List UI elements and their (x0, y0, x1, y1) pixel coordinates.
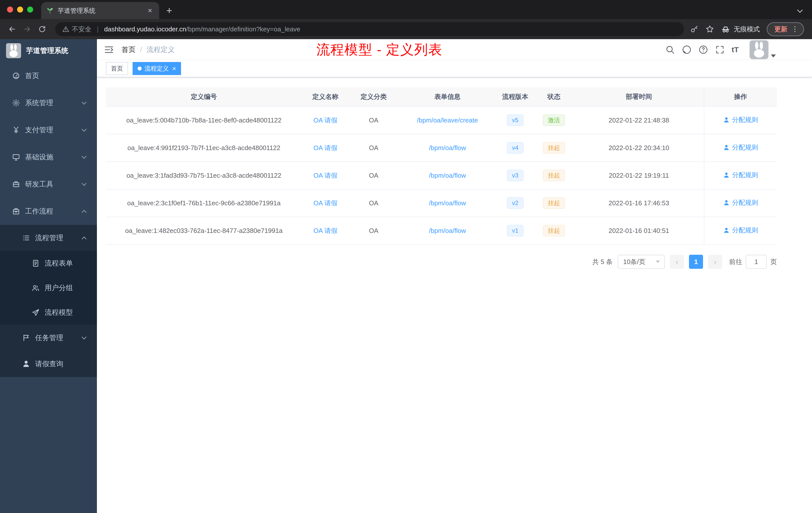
sidebar-item-label: 流程表单 (45, 259, 73, 268)
column-header: 状态 (534, 87, 574, 107)
site-favicon-icon (46, 7, 54, 14)
goto-page-input[interactable] (746, 255, 767, 269)
table-body: oa_leave:5:004b710b-7b8a-11ec-8ef0-acde4… (106, 107, 777, 244)
page-size-select[interactable]: 10条/页 (618, 255, 665, 269)
cell-category: OA (349, 134, 398, 162)
tag-process-definition[interactable]: 流程定义 × (133, 62, 181, 75)
zoom-window-button[interactable] (27, 6, 33, 12)
sidebar-item-user-group[interactable]: 用户分组 (0, 276, 97, 300)
close-window-button[interactable] (7, 6, 13, 12)
password-key-button[interactable] (690, 25, 698, 33)
page-url: dashboard.yudao.iocoder.cn/bpm/manager/d… (104, 25, 300, 33)
breadcrumb-home[interactable]: 首页 (121, 45, 136, 55)
sidebar-item-label: 研发工具 (25, 179, 53, 189)
browser-menu-button[interactable]: 更新 ⋮ (767, 22, 804, 36)
column-header: 操作 (704, 87, 777, 107)
incognito-label: 无痕模式 (734, 25, 760, 34)
person-icon (723, 200, 730, 206)
gear-icon (12, 99, 20, 107)
reload-button[interactable] (35, 22, 49, 36)
minimize-window-button[interactable] (17, 6, 23, 12)
back-icon (8, 25, 16, 33)
definition-name-link[interactable]: OA 请假 (313, 172, 337, 179)
table-row: oa_leave:1:482ec033-762a-11ec-8477-a2380… (106, 217, 777, 244)
collapse-sidebar-button[interactable] (104, 45, 114, 55)
monitor-icon (12, 153, 20, 161)
sidebar-item-workflow[interactable]: 工作流程 (0, 198, 97, 225)
form-link[interactable]: /bpm/oa/flow (429, 144, 466, 152)
star-icon (705, 25, 714, 33)
flag-icon (22, 334, 30, 342)
window-controls (0, 0, 41, 19)
key-icon (690, 25, 698, 33)
help-icon[interactable] (698, 45, 708, 55)
definition-name-link[interactable]: OA 请假 (313, 227, 337, 234)
assign-rule-link[interactable]: 分配规则 (723, 143, 758, 152)
fullscreen-icon[interactable] (715, 45, 725, 55)
plane-icon (32, 308, 40, 316)
security-warning[interactable]: 不安全 (62, 25, 91, 34)
assign-rule-link[interactable]: 分配规则 (723, 226, 758, 235)
cell-definition-id: oa_leave:1:482ec033-762a-11ec-8477-a2380… (106, 217, 302, 244)
form-link[interactable]: /bpm/oa/leave/create (417, 117, 478, 124)
sidebar-item-dev-tools[interactable]: 研发工具 (0, 171, 97, 198)
sidebar-item-process-form[interactable]: 流程表单 (0, 251, 97, 276)
person-icon (723, 117, 730, 123)
sidebar-item-label: 流程管理 (35, 233, 63, 243)
tab-close-icon[interactable]: × (146, 6, 154, 15)
version-badge: v1 (507, 225, 523, 236)
question-icon (698, 45, 708, 55)
sidebar-item-process-model[interactable]: 流程模型 (0, 300, 97, 325)
table-row: oa_leave:2:3c1f0ef1-76b1-11ec-9c66-a2380… (106, 189, 777, 217)
form-link[interactable]: /bpm/oa/flow (429, 199, 466, 207)
toolbar-right: 无痕模式 更新 ⋮ (690, 22, 807, 36)
table-header-row: 定义编号定义名称定义分类表单信息流程版本状态部署时间操作 (106, 87, 777, 107)
form-link[interactable]: /bpm/oa/flow (429, 227, 466, 234)
user-avatar-menu[interactable] (750, 40, 776, 59)
person-icon (723, 227, 730, 234)
prev-page-button[interactable]: ‹ (670, 255, 684, 269)
definition-name-link[interactable]: OA 请假 (313, 144, 337, 152)
chevron-down-icon (82, 127, 87, 132)
chevron-up-icon (82, 236, 87, 241)
next-page-button[interactable]: › (708, 255, 722, 269)
bookmark-star-button[interactable] (705, 25, 714, 33)
assign-rule-link[interactable]: 分配规则 (723, 198, 758, 207)
browser-tab-strip: 芋道管理系统 × + (0, 0, 812, 19)
sidebar-menu: 首页系统管理支付管理基础设施研发工具工作流程流程管理流程表单用户分组流程模型任务… (0, 62, 97, 377)
tab-search-chevron-icon[interactable] (797, 7, 803, 13)
list-icon (22, 234, 30, 242)
assign-rule-link[interactable]: 分配规则 (723, 171, 758, 179)
tag-home[interactable]: 首页 (106, 62, 128, 75)
definition-name-link[interactable]: OA 请假 (313, 117, 337, 124)
definition-name-link[interactable]: OA 请假 (313, 199, 337, 207)
sidebar-item-process-mgmt[interactable]: 流程管理 (0, 225, 97, 251)
address-bar[interactable]: 不安全 | dashboard.yudao.iocoder.cn/bpm/man… (55, 22, 684, 36)
forward-icon (23, 25, 31, 33)
sidebar-item-home[interactable]: 首页 (0, 62, 97, 89)
sidebar-item-leave-query[interactable]: 请假查询 (0, 351, 97, 377)
sidebar-item-payment-mgmt[interactable]: 支付管理 (0, 117, 97, 144)
back-button[interactable] (5, 22, 19, 36)
page-number-button[interactable]: 1 (689, 255, 703, 269)
search-icon[interactable] (665, 45, 675, 55)
warning-icon (62, 26, 69, 33)
assign-rule-link[interactable]: 分配规则 (723, 116, 758, 124)
form-link[interactable]: /bpm/oa/flow (429, 172, 466, 179)
sidebar-item-task-mgmt[interactable]: 任务管理 (0, 325, 97, 351)
pagination: 共 5 条 10条/页 ‹ 1 › 前往 页 (106, 255, 777, 269)
gauge-icon (12, 72, 20, 80)
new-tab-button[interactable]: + (162, 3, 176, 18)
sidebar-item-infrastructure[interactable]: 基础设施 (0, 144, 97, 171)
sidebar-brand[interactable]: 芋道管理系统 (0, 39, 97, 62)
person-icon (723, 172, 730, 178)
github-icon[interactable] (682, 45, 692, 55)
column-header: 定义分类 (349, 87, 398, 107)
incognito-icon (721, 25, 730, 34)
column-header: 定义编号 (106, 87, 302, 107)
font-size-icon[interactable]: tT (732, 46, 739, 54)
tag-close-icon[interactable]: × (172, 65, 176, 72)
browser-tab[interactable]: 芋道管理系统 × (41, 2, 159, 19)
sidebar-item-system-mgmt[interactable]: 系统管理 (0, 89, 97, 117)
forward-button[interactable] (20, 22, 34, 36)
